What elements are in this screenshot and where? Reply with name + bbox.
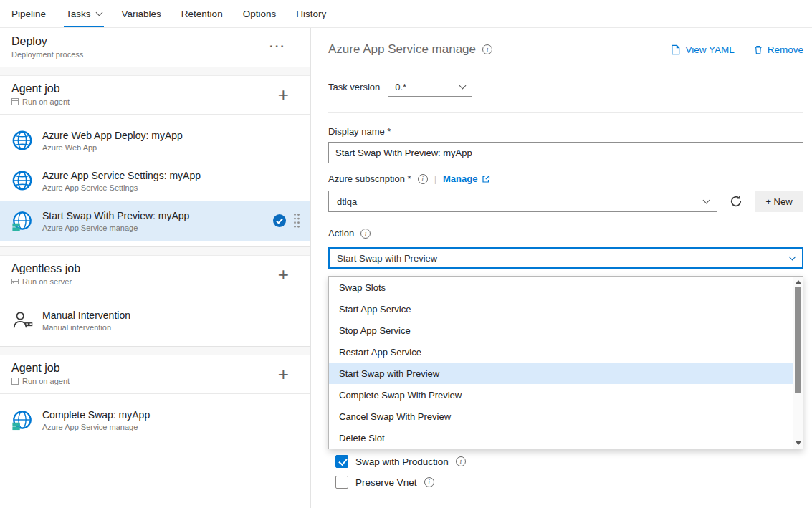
task-list: Azure Web App Deploy: myApp Azure Web Ap…: [0, 115, 310, 246]
task-manual-intervention[interactable]: Manual Intervention Manual intervention: [0, 300, 310, 340]
process-sidebar: Deploy Deployment process ··· Agent job …: [0, 28, 311, 508]
tab-options[interactable]: Options: [233, 0, 287, 27]
checkbox-label: Swap with Production: [355, 456, 449, 467]
info-icon[interactable]: [482, 44, 492, 54]
job-header-agent-2[interactable]: Agent job Run on agent +: [0, 355, 310, 394]
chevron-down-icon: [703, 197, 710, 204]
globe-icon: [11, 170, 33, 191]
view-yaml-button[interactable]: View YAML: [670, 44, 734, 55]
task-title: Azure Web App Deploy: myApp: [42, 130, 303, 141]
new-subscription-button[interactable]: + New: [755, 191, 803, 212]
process-subtitle: Deployment process: [11, 50, 83, 59]
subscription-value: dtlqa: [337, 196, 357, 207]
task-detail-panel: Azure App Service manage View YAML Remov…: [311, 28, 812, 508]
section-gap: [0, 67, 310, 76]
task-azure-app-service-settings[interactable]: Azure App Service Settings: myApp Azure …: [0, 160, 310, 201]
action-option[interactable]: Swap Slots: [329, 277, 803, 298]
section-gap: [0, 347, 310, 355]
trash-icon: [753, 44, 763, 55]
external-link-icon: [482, 175, 490, 183]
task-title: Start Swap With Preview: myApp: [42, 210, 273, 221]
scroll-thumb[interactable]: [795, 287, 801, 393]
tab-label: History: [296, 9, 326, 19]
app-service-manage-icon: [11, 210, 33, 231]
add-task-button[interactable]: +: [278, 265, 299, 284]
job-title: Agent job: [11, 82, 70, 95]
info-icon[interactable]: [418, 174, 428, 184]
task-list: Complete Swap: myApp Azure App Service m…: [0, 394, 310, 446]
display-name-label: Display name *: [328, 126, 803, 137]
job-title: Agentless job: [11, 262, 80, 275]
view-yaml-label: View YAML: [685, 44, 734, 55]
task-start-swap-with-preview[interactable]: Start Swap With Preview: myApp Azure App…: [0, 201, 310, 241]
tab-variables[interactable]: Variables: [112, 0, 171, 27]
job-group-agent-1: Agent job Run on agent +: [0, 76, 310, 247]
person-icon: [11, 310, 33, 331]
action-option[interactable]: Restart App Service: [329, 341, 803, 363]
yaml-file-icon: [670, 44, 681, 55]
task-complete-swap[interactable]: Complete Swap: myApp Azure App Service m…: [0, 400, 310, 440]
job-header-agent-1[interactable]: Agent job Run on agent +: [0, 76, 310, 115]
agent-grid-icon: [11, 98, 19, 105]
tab-retention[interactable]: Retention: [171, 0, 233, 27]
job-header-agentless[interactable]: Agentless job Run on server +: [0, 256, 310, 294]
action-option[interactable]: Start Swap with Preview: [329, 363, 803, 384]
scroll-down-icon[interactable]: [796, 441, 801, 445]
action-option[interactable]: Stop App Service: [329, 320, 803, 341]
task-azure-web-app-deploy[interactable]: Azure Web App Deploy: myApp Azure Web Ap…: [0, 120, 310, 160]
refresh-button[interactable]: [725, 191, 747, 212]
panel-title: Azure App Service manage: [328, 42, 476, 57]
more-icon[interactable]: ···: [269, 39, 299, 54]
tab-label: Pipeline: [11, 9, 46, 19]
action-dropdown-list: Swap Slots Start App Service Stop App Se…: [328, 276, 803, 449]
process-header[interactable]: Deploy Deployment process ···: [0, 28, 310, 67]
action-option[interactable]: Complete Swap With Preview: [329, 384, 803, 406]
drag-handle-icon[interactable]: [293, 213, 300, 229]
preserve-vnet-checkbox[interactable]: [335, 476, 348, 489]
task-version-value: 0.*: [395, 82, 406, 92]
add-task-button[interactable]: +: [278, 85, 299, 104]
action-label: Action: [328, 228, 354, 239]
section-gap: [0, 247, 310, 256]
swap-with-production-checkbox[interactable]: [335, 455, 348, 468]
task-version-select[interactable]: 0.*: [388, 77, 472, 97]
info-icon[interactable]: [456, 456, 466, 466]
globe-icon: [11, 130, 33, 151]
task-subtitle: Azure App Service manage: [42, 423, 303, 431]
remove-button[interactable]: Remove: [753, 44, 803, 55]
action-option[interactable]: Cancel Swap With Preview: [329, 406, 803, 427]
add-task-button[interactable]: +: [278, 365, 299, 383]
action-option[interactable]: Start App Service: [329, 298, 803, 320]
chevron-down-icon: [789, 254, 796, 261]
new-button-label: + New: [765, 196, 792, 207]
job-subtitle: Run on agent: [22, 377, 70, 385]
task-title: Complete Swap: myApp: [42, 409, 303, 421]
subscription-select[interactable]: dtlqa: [328, 191, 717, 212]
job-subtitle: Run on agent: [22, 97, 70, 106]
job-subtitle: Run on server: [22, 277, 72, 286]
display-name-input[interactable]: [328, 142, 803, 163]
task-subtitle: Azure Web App: [42, 143, 303, 152]
manage-label: Manage: [443, 173, 477, 184]
job-title: Agent job: [11, 362, 70, 375]
task-list: Manual Intervention Manual intervention: [0, 294, 310, 346]
tab-label: Retention: [181, 9, 223, 19]
tab-label: Options: [243, 9, 277, 19]
tab-tasks[interactable]: Tasks: [56, 0, 112, 27]
info-icon[interactable]: [360, 229, 371, 239]
scrollbar[interactable]: [793, 277, 803, 449]
process-title: Deploy: [11, 35, 83, 48]
job-group-agent-2: Agent job Run on agent +: [0, 355, 310, 446]
separator: |: [434, 173, 436, 184]
app-service-manage-icon: [11, 409, 33, 431]
info-icon[interactable]: [424, 477, 434, 487]
remove-label: Remove: [768, 44, 803, 55]
tab-history[interactable]: History: [286, 0, 336, 27]
action-option[interactable]: Delete Slot: [329, 427, 803, 449]
scroll-up-icon[interactable]: [796, 280, 801, 284]
task-subtitle: Azure App Service manage: [42, 224, 273, 232]
subscription-label: Azure subscription *: [328, 173, 411, 184]
manage-link[interactable]: Manage: [443, 173, 490, 184]
action-select[interactable]: Start Swap with Preview: [328, 247, 803, 269]
tab-pipeline[interactable]: Pipeline: [1, 0, 56, 27]
